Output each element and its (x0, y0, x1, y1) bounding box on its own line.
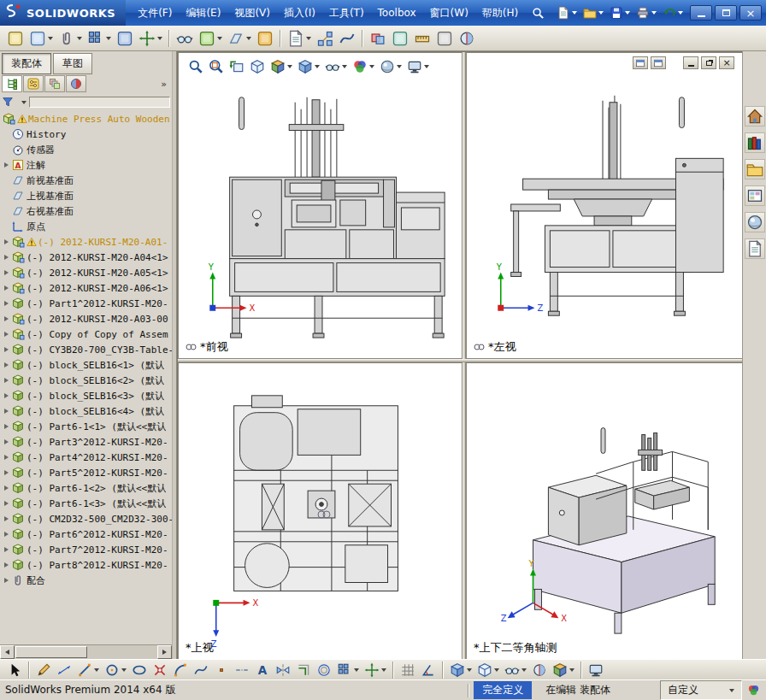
tree-expander[interactable] (2, 424, 11, 429)
doc-pane-right-button[interactable] (651, 56, 666, 69)
filter-caret-icon[interactable] (21, 101, 27, 104)
edit-appearance-button[interactable] (351, 57, 376, 76)
tangent-arc-button[interactable] (171, 661, 190, 679)
scroll-left-button[interactable] (0, 645, 15, 659)
tree-expander[interactable] (2, 578, 11, 583)
tree-item-component[interactable]: (-) block_SELB16<3> (默认 (0, 388, 172, 403)
filter-icon[interactable] (2, 96, 15, 109)
tree-expander[interactable] (2, 285, 11, 291)
tree-item-assembly-root[interactable]: Machine Press Auto Wooden (0, 111, 172, 126)
trim-entities-button[interactable] (150, 661, 169, 679)
viewport-isometric[interactable]: Y X Z *上下二等角轴测 (466, 362, 743, 660)
featuremanager-tab[interactable] (2, 75, 22, 92)
smart-dimension-button[interactable] (55, 661, 74, 679)
tree-item-component[interactable]: (-) block_SELB16<2> (默认 (0, 373, 172, 388)
convert-entities-button[interactable] (294, 661, 313, 679)
displaymanager-tab[interactable] (66, 75, 86, 92)
mass-properties-button[interactable] (434, 28, 455, 49)
interference-detection-button[interactable] (368, 28, 388, 49)
tree-expander[interactable] (2, 347, 11, 352)
view-orientation-button[interactable] (268, 57, 294, 76)
scroll-right-button[interactable] (157, 645, 172, 659)
section-properties-button[interactable] (457, 28, 477, 49)
ellipse-button[interactable] (130, 661, 149, 679)
tree-expander[interactable] (2, 162, 11, 168)
tree-expander[interactable] (2, 409, 11, 414)
tree-expander[interactable] (2, 547, 11, 552)
filter-field[interactable] (29, 97, 170, 108)
tree-item-component[interactable]: (-) CM2D32-500_CM2D32-300- (0, 511, 172, 526)
angle-snap-button[interactable] (419, 661, 438, 679)
menu-window[interactable]: 窗口(W) (423, 0, 475, 26)
isometric-view-drawing[interactable]: Y X Z (467, 363, 742, 659)
offset-entities-button[interactable] (315, 661, 333, 679)
tree-expander[interactable] (2, 393, 11, 398)
tree-item-origin[interactable]: 原点 (0, 219, 172, 234)
doc-restore-button[interactable] (701, 56, 716, 69)
tree-item-component[interactable]: (-) Part5^2012-KURSI-M20- (0, 465, 172, 480)
viewport-front[interactable]: Y X *前视 (178, 52, 463, 359)
viewport-splitter-vertical[interactable] (463, 52, 466, 660)
tree-item-component[interactable]: (-) block_SELB16<1> (默认 (0, 357, 172, 373)
open-document-button[interactable] (580, 3, 606, 22)
tree-item-component[interactable]: (-) Part1^2012-KURSI-M20- (0, 296, 172, 311)
viewport-left[interactable]: Y Z *左视 (466, 52, 743, 359)
grid-snap-button[interactable] (398, 661, 417, 679)
assembly-features-button[interactable] (197, 28, 224, 49)
close-button[interactable]: × (739, 5, 762, 21)
menu-toolbox[interactable]: Toolbox (371, 0, 423, 26)
save-button[interactable] (607, 3, 633, 22)
tree-item-component[interactable]: (-) 2012-KURSI-M20-A03-00 (0, 311, 172, 326)
tree-expander[interactable] (2, 378, 11, 383)
tree-item-component[interactable]: (-) 2012-KURSI-M20-A04<1> (0, 250, 172, 265)
tree-item-top-plane[interactable]: 上视基准面 (0, 188, 172, 203)
tree-item-component[interactable]: (-) Part7^2012-KURSI-M20- (0, 542, 172, 557)
tree-item-mates-folder[interactable]: 配合 (0, 573, 172, 588)
maximize-button[interactable] (715, 5, 737, 21)
tree-expander[interactable] (2, 301, 11, 306)
tree-item-component[interactable]: (-) Copy of Copy of Assem (0, 326, 172, 342)
appearances-scenes-button[interactable] (745, 212, 765, 232)
new-document-button[interactable] (554, 3, 580, 22)
display-style-button[interactable] (475, 661, 501, 679)
bill-of-materials-button[interactable] (286, 28, 313, 49)
tree-item-right-plane[interactable]: 右视基准面 (0, 203, 172, 219)
configurationmanager-tab[interactable] (44, 75, 65, 92)
move-component-button[interactable] (137, 28, 164, 49)
menu-tools[interactable]: 工具(T) (322, 0, 371, 26)
tree-item-sensors-folder[interactable]: 传感器 (0, 142, 172, 157)
tree-expander[interactable] (2, 470, 11, 475)
doc-pane-left-button[interactable] (633, 56, 648, 69)
minimize-button[interactable] (690, 5, 712, 21)
show-hidden-components-button[interactable] (174, 28, 195, 49)
explode-line-sketch-button[interactable] (337, 28, 357, 49)
apply-scene-button[interactable] (378, 57, 404, 76)
measure-button[interactable] (412, 28, 433, 49)
panel-overflow-button[interactable]: » (161, 79, 170, 90)
zoom-to-area-button[interactable] (207, 57, 226, 76)
tree-expander[interactable] (2, 501, 11, 506)
hide-show-button[interactable] (503, 661, 528, 679)
tree-item-component[interactable]: (-) Part4^2012-KURSI-M20- (0, 450, 172, 465)
select-button[interactable] (5, 661, 24, 679)
mate-button[interactable] (56, 28, 84, 49)
menu-view[interactable]: 视图(V) (227, 0, 277, 26)
full-screen-button[interactable] (586, 661, 605, 679)
zoom-to-fit-button[interactable] (186, 57, 205, 76)
front-view-drawing[interactable]: Y X (179, 53, 462, 358)
tree-item-history-folder[interactable]: History (0, 126, 172, 142)
menu-help[interactable]: 帮助(H) (475, 0, 525, 26)
mirror-entities-button[interactable] (274, 661, 292, 679)
move-entities-button[interactable] (362, 661, 388, 679)
left-view-drawing[interactable]: Y Z (467, 53, 742, 358)
circle-button[interactable] (103, 661, 128, 679)
menu-insert[interactable]: 插入(I) (277, 0, 322, 26)
tree-item-front-plane[interactable]: 前视基准面 (0, 173, 172, 188)
hide-show-items-button[interactable] (323, 57, 349, 76)
tree-expander[interactable] (2, 362, 11, 368)
exploded-view-button[interactable] (315, 28, 335, 49)
top-view-drawing[interactable]: X Z (179, 363, 462, 659)
tree-item-component[interactable]: (-) 2012-KURSI-M20-A06<1> (0, 280, 172, 296)
file-explorer-button[interactable] (745, 159, 765, 179)
text-button[interactable]: A (253, 661, 272, 679)
